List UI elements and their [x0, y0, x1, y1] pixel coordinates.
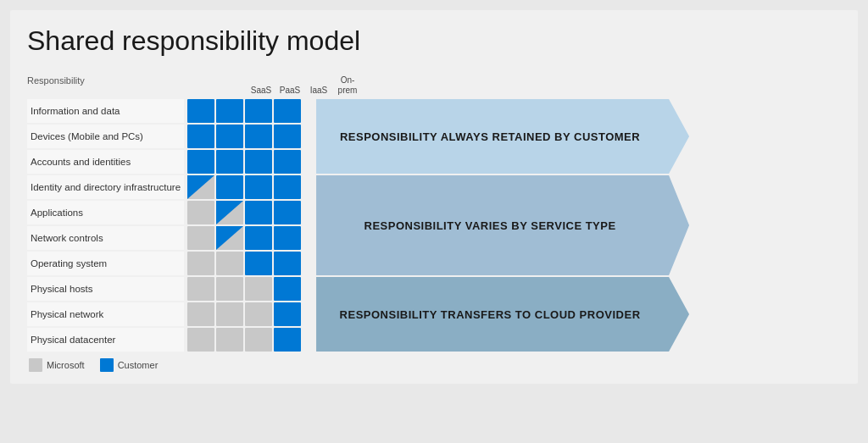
cell-0-2	[245, 99, 272, 123]
cell-2-0	[187, 150, 214, 174]
arrow-text-0: RESPONSIBILITY ALWAYS RETAINED BY CUSTOM…	[333, 130, 664, 143]
row-cells-8	[187, 302, 301, 326]
cell-6-2	[245, 252, 272, 275]
legend-microsoft: Microsoft	[29, 358, 85, 372]
grid-left: Information and dataDevices (Mobile and …	[27, 99, 301, 352]
row-label-4: Applications	[27, 201, 184, 224]
cell-9-1	[216, 328, 243, 352]
chart-area: Responsibility SaaSPaaSIaaSOn-prem Infor…	[27, 75, 841, 372]
row-label-3: Identity and directory infrastructure	[27, 175, 184, 199]
arrow-shape-2: RESPONSIBILITY TRANSFERS TO CLOUD PROVID…	[316, 277, 689, 352]
cell-4-0	[187, 201, 214, 224]
cell-5-2	[245, 226, 272, 250]
cell-3-2	[245, 175, 272, 199]
legend-microsoft-label: Microsoft	[47, 360, 85, 370]
header-row: Responsibility SaaSPaaSIaaSOn-prem	[27, 75, 841, 97]
legend-customer: Customer	[100, 358, 159, 372]
row-cells-1	[187, 125, 301, 148]
cell-half-5-1	[216, 226, 243, 250]
main-container: Shared responsibility model Responsibili…	[10, 10, 858, 384]
arrow-text-1: RESPONSIBILITY VARIES BY SERVICE TYPE	[333, 219, 664, 232]
cell-0-1	[216, 99, 243, 123]
legend: Microsoft Customer	[27, 358, 841, 372]
cell-1-1	[216, 125, 243, 148]
cell-6-1	[216, 252, 243, 275]
cell-5-3	[274, 226, 301, 250]
arrow-text-2: RESPONSIBILITY TRANSFERS TO CLOUD PROVID…	[333, 308, 664, 321]
row-labels: Information and dataDevices (Mobile and …	[27, 99, 184, 352]
cell-7-1	[216, 277, 243, 301]
cell-7-3	[274, 277, 301, 301]
arrow-shape-1: RESPONSIBILITY VARIES BY SERVICE TYPE	[316, 175, 689, 275]
col-header-3: On-prem	[334, 75, 361, 96]
cell-4-3	[274, 201, 301, 224]
arrow-band-2: RESPONSIBILITY TRANSFERS TO CLOUD PROVID…	[316, 277, 689, 352]
cell-half-3-0	[187, 175, 214, 199]
col-header-2: IaaS	[305, 86, 332, 96]
row-label-2: Accounts and identities	[27, 150, 184, 174]
cell-6-0	[187, 252, 214, 275]
cell-9-0	[187, 328, 214, 352]
cell-3-1	[216, 175, 243, 199]
col-header-1: PaaS	[276, 86, 303, 96]
row-label-9: Physical datacenter	[27, 328, 184, 352]
cell-8-2	[245, 302, 272, 326]
row-label-0: Information and data	[27, 99, 184, 123]
cell-2-3	[274, 150, 301, 174]
cell-9-2	[245, 328, 272, 352]
row-label-5: Network controls	[27, 226, 184, 250]
legend-microsoft-box	[29, 358, 42, 372]
legend-customer-label: Customer	[118, 360, 159, 370]
cell-8-0	[187, 302, 214, 326]
responsibility-col-header: Responsibility	[27, 75, 248, 97]
arrow-shape-0: RESPONSIBILITY ALWAYS RETAINED BY CUSTOM…	[316, 99, 689, 174]
row-cells-0	[187, 99, 301, 123]
cell-0-0	[187, 99, 214, 123]
cell-7-2	[245, 277, 272, 301]
row-cells-3	[187, 175, 301, 199]
row-cells-6	[187, 252, 301, 275]
cell-8-1	[216, 302, 243, 326]
cell-9-3	[274, 328, 301, 352]
row-label-1: Devices (Mobile and PCs)	[27, 125, 184, 148]
cells-area	[187, 99, 301, 352]
col-header-0: SaaS	[248, 86, 275, 96]
cell-1-2	[245, 125, 272, 148]
row-cells-9	[187, 328, 301, 352]
row-cells-4	[187, 201, 301, 224]
grid-and-arrows: Information and dataDevices (Mobile and …	[27, 99, 841, 352]
row-label-7: Physical hosts	[27, 277, 184, 301]
cell-3-3	[274, 175, 301, 199]
cell-2-2	[245, 150, 272, 174]
cell-2-1	[216, 150, 243, 174]
cell-4-2	[245, 201, 272, 224]
page-title: Shared responsibility model	[27, 25, 841, 57]
cell-7-0	[187, 277, 214, 301]
cell-0-3	[274, 99, 301, 123]
cell-1-0	[187, 125, 214, 148]
cell-6-3	[274, 252, 301, 275]
cell-8-3	[274, 302, 301, 326]
row-cells-2	[187, 150, 301, 174]
arrow-band-0: RESPONSIBILITY ALWAYS RETAINED BY CUSTOM…	[316, 99, 689, 174]
row-cells-7	[187, 277, 301, 301]
legend-customer-box	[100, 358, 114, 372]
row-label-6: Operating system	[27, 252, 184, 275]
cell-1-3	[274, 125, 301, 148]
col-headers: SaaSPaaSIaaSOn-prem	[248, 75, 361, 97]
cell-5-0	[187, 226, 214, 250]
arrows-col: RESPONSIBILITY ALWAYS RETAINED BY CUSTOM…	[316, 99, 689, 352]
row-label-8: Physical network	[27, 302, 184, 326]
cell-half-4-1	[216, 201, 243, 224]
arrow-band-1: RESPONSIBILITY VARIES BY SERVICE TYPE	[316, 175, 689, 275]
row-cells-5	[187, 226, 301, 250]
